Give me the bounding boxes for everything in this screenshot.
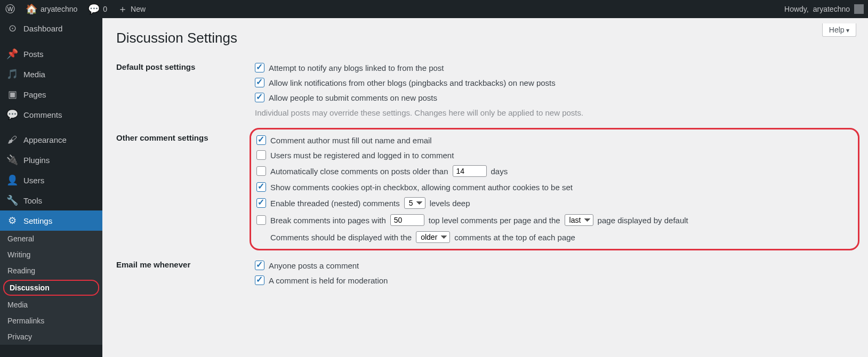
new-label: New [131,5,146,13]
sidebar-item-label: Pages [23,90,46,99]
sidebar-item-comments[interactable]: 💬Comments [0,104,102,125]
checkbox-email-on-comment[interactable] [255,261,264,270]
option-label-pre: Enable threaded (nested) comments [270,199,400,208]
checkbox-paginate-comments[interactable] [256,215,266,225]
sidebar-item-label: Plugins [23,156,50,165]
submenu-media[interactable]: Media [0,297,102,313]
new-link[interactable]: ＋New [116,4,148,14]
section-heading-other-comment: Other comment settings [116,129,255,256]
option-label-pre: Comments should be displayed with the [270,233,412,242]
admin-sidebar: ⊙Dashboard 📌Posts 🎵Media ▣Pages 💬Comment… [0,18,102,357]
option-label: A comment is held for moderation [269,276,388,285]
settings-submenu: General Writing Reading Discussion Media… [0,231,102,345]
media-icon: 🎵 [6,68,18,80]
sidebar-item-label: Tools [23,196,42,205]
comments-per-page-input[interactable] [390,214,424,226]
threaded-levels-select[interactable]: 5 [404,197,425,209]
avatar [854,4,864,14]
account-menu[interactable]: Howdy, aryatechno [784,4,864,14]
default-post-note: Individual posts may override these sett… [255,105,854,120]
sidebar-item-label: Appearance [23,135,67,144]
comment-order-select[interactable]: older [416,231,450,243]
sidebar-item-tools[interactable]: 🔧Tools [0,190,102,210]
admin-toolbar: ⓦ 🏠aryatechno 💬0 ＋New Howdy, aryatechno [0,0,868,18]
sidebar-item-pages[interactable]: ▣Pages [0,84,102,104]
submenu-writing[interactable]: Writing [0,247,102,263]
pages-icon: ▣ [6,88,18,100]
checkbox-threaded-comments[interactable] [256,198,266,208]
option-label: Attempt to notify any blogs linked to fr… [269,63,444,72]
help-tab[interactable]: Help [822,23,856,37]
option-label: Comment author must fill out name and em… [270,136,432,145]
pin-icon: 📌 [6,48,18,60]
option-label: Allow link notifications from other blog… [269,78,556,87]
option-label-post: levels deep [430,199,470,208]
submenu-privacy[interactable]: Privacy [0,329,102,345]
checkbox-notify-blogs[interactable] [255,63,264,72]
user-icon: 👤 [6,174,18,186]
section-heading-default-post: Default post settings [116,58,255,129]
submenu-permalinks[interactable]: Permalinks [0,313,102,329]
option-label-post: page displayed by default [598,216,688,225]
site-link[interactable]: 🏠aryatechno [23,4,79,14]
checkbox-email-on-moderation[interactable] [255,275,264,285]
checkbox-author-name-email[interactable] [256,135,266,145]
wp-logo[interactable]: ⓦ [3,4,17,14]
comments-link[interactable]: 💬0 [86,4,109,14]
checkbox-registration-required[interactable] [256,150,266,160]
sidebar-item-dashboard[interactable]: ⊙Dashboard [0,18,102,38]
option-label-pre: Automatically close comments on posts ol… [270,167,448,176]
comment-icon: 💬 [88,4,100,14]
brush-icon: 🖌 [6,134,18,145]
checkbox-close-old-comments[interactable] [256,166,266,176]
sidebar-item-plugins[interactable]: 🔌Plugins [0,150,102,170]
section-heading-email-me: Email me whenever [116,256,255,296]
page-title: Discussion Settings [116,30,854,46]
username: aryatechno [813,5,850,13]
home-icon: 🏠 [26,4,37,14]
plus-icon: ＋ [118,4,127,14]
sidebar-item-users[interactable]: 👤Users [0,170,102,190]
checkbox-cookies-optin[interactable] [256,182,266,192]
option-label-mid: top level comments per page and the [429,216,560,225]
option-label: Users must be registered and logged in t… [270,151,454,160]
main-content: Help Discussion Settings Default post se… [102,18,868,357]
submenu-general[interactable]: General [0,231,102,247]
sidebar-item-label: Users [23,176,44,185]
site-name: aryatechno [41,5,77,13]
checkbox-allow-pingbacks[interactable] [255,78,264,87]
option-label-post: comments at the top of each page [454,233,575,242]
default-page-select[interactable]: last [565,214,593,226]
howdy-prefix: Howdy, [784,5,809,13]
submenu-discussion[interactable]: Discussion [3,280,99,296]
plugin-icon: 🔌 [6,154,18,166]
sidebar-item-label: Comments [23,110,62,119]
submenu-reading[interactable]: Reading [0,263,102,279]
sidebar-item-appearance[interactable]: 🖌Appearance [0,130,102,150]
sidebar-item-label: Media [23,70,45,79]
close-comments-days-input[interactable] [453,165,487,177]
option-label: Anyone posts a comment [269,261,359,270]
sidebar-item-posts[interactable]: 📌Posts [0,44,102,64]
sidebar-item-label: Settings [23,216,52,225]
comments-count: 0 [103,5,107,13]
option-label: Allow people to submit comments on new p… [269,93,437,102]
checkbox-allow-comments[interactable] [255,93,264,102]
sidebar-item-settings[interactable]: ⚙Settings [0,210,102,231]
sidebar-item-label: Dashboard [23,24,62,33]
sidebar-item-label: Posts [23,50,44,59]
option-label-pre: Break comments into pages with [270,216,386,225]
highlight-annotation: Comment author must fill out name and em… [250,128,859,250]
comments-icon: 💬 [6,109,18,120]
wrench-icon: 🔧 [6,194,18,206]
sidebar-item-media[interactable]: 🎵Media [0,64,102,84]
option-label: Show comments cookies opt-in checkbox, a… [270,183,573,192]
option-label-post: days [491,167,508,176]
gear-icon: ⚙ [6,215,18,226]
dashboard-icon: ⊙ [6,22,18,34]
